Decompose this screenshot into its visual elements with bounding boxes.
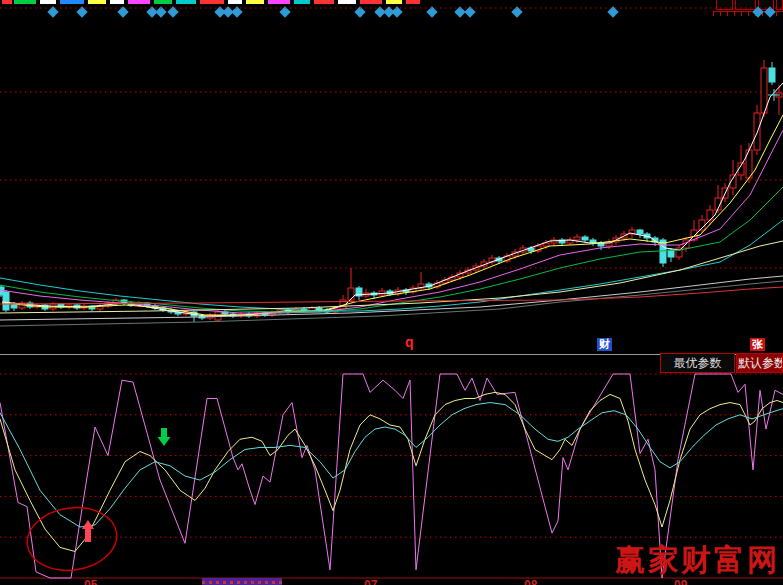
buy-arrow-up-icon (82, 520, 94, 542)
kdj-gridlines (0, 374, 783, 537)
date-axis-label: 07 (364, 579, 377, 585)
selected-date-highlight[interactable] (202, 578, 282, 585)
event-marker-q: q (405, 335, 414, 349)
stock-chart-app: q 财 张 最优参数 默认参数 05070809 赢家财富网 (0, 0, 783, 585)
main-gridlines (0, 8, 783, 268)
event-badge-zhang: 张 (750, 338, 765, 351)
date-axis-label: 05 (84, 579, 97, 585)
event-badge-cai: 财 (597, 338, 612, 351)
date-axis-label: 08 (524, 579, 537, 585)
candles (0, 60, 782, 322)
ma-lines (0, 83, 783, 326)
candlestick-chart-canvas[interactable] (0, 0, 783, 355)
sell-arrow-down-icon (158, 428, 171, 446)
watermark: 赢家财富网 (615, 540, 780, 581)
